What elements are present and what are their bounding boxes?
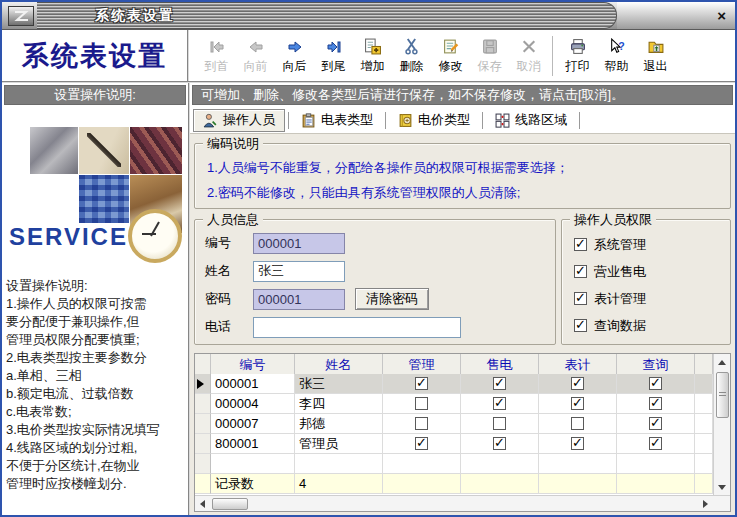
tab-line-area[interactable]: 线路区域 (486, 109, 576, 132)
scroll-left-icon[interactable] (195, 496, 210, 512)
close-icon[interactable]: × (717, 9, 726, 23)
cancel-button[interactable]: 取消 (509, 33, 548, 79)
vertical-scrollbar[interactable] (713, 354, 730, 495)
horizontal-scroll-thumb[interactable] (212, 498, 248, 510)
col-header-manage[interactable]: 管理 (383, 354, 461, 376)
cell-id[interactable]: 800001 (211, 434, 295, 454)
window-title: 系统表设置 (95, 7, 175, 25)
id-field[interactable] (253, 233, 345, 254)
cell-id[interactable]: 000007 (211, 414, 295, 434)
add-button[interactable]: 增加 (353, 33, 392, 79)
tab-operators[interactable]: 操作人员 (193, 109, 285, 132)
grid-checkbox[interactable] (649, 377, 662, 390)
phone-field[interactable] (253, 317, 461, 338)
cell-name[interactable]: 管理员 (295, 434, 383, 454)
cell-sell[interactable] (461, 374, 539, 394)
grid-checkbox[interactable] (493, 437, 506, 450)
edit-button[interactable]: 修改 (431, 33, 470, 79)
grid-checkbox[interactable] (415, 377, 428, 390)
cell-meter[interactable] (539, 394, 617, 414)
col-header-meter[interactable]: 表计 (539, 354, 617, 376)
grid-checkbox[interactable] (493, 377, 506, 390)
cell-query[interactable] (617, 394, 695, 414)
meter-manage-checkbox[interactable] (574, 292, 587, 305)
col-header-name[interactable]: 姓名 (295, 354, 383, 376)
col-header-query[interactable]: 查询 (617, 354, 695, 376)
cell-manage[interactable] (383, 434, 461, 454)
grid-checkbox[interactable] (415, 437, 428, 450)
cell-id[interactable]: 000004 (211, 394, 295, 414)
delete-button[interactable]: 删除 (392, 33, 431, 79)
go-last-button[interactable]: 到尾 (314, 33, 353, 79)
horizontal-scrollbar[interactable] (195, 495, 730, 511)
cell-query[interactable] (617, 414, 695, 434)
go-next-icon (284, 37, 306, 57)
scroll-up-icon[interactable] (715, 354, 730, 370)
instruction-line: 管理时应按楼幢划分. (6, 475, 185, 493)
cell-meter[interactable] (539, 434, 617, 454)
name-field[interactable] (253, 261, 345, 282)
clear-password-button[interactable]: 清除密码 (355, 288, 429, 310)
toolbar: 到首 向前 向后 到尾 增加 删除 (189, 30, 735, 81)
scroll-down-icon[interactable] (715, 479, 730, 495)
grid-checkbox[interactable] (649, 437, 662, 450)
cell-id[interactable]: 000001 (211, 374, 295, 394)
system-manage-checkbox[interactable] (574, 238, 587, 251)
go-first-button[interactable]: 到首 (197, 33, 236, 79)
print-button[interactable]: 打印 (558, 33, 597, 79)
vertical-scroll-thumb[interactable] (716, 372, 729, 418)
grid-checkbox[interactable] (415, 417, 428, 430)
exit-button[interactable]: 退出 (636, 33, 675, 79)
cell-sell[interactable] (461, 414, 539, 434)
grid-checkbox[interactable] (415, 397, 428, 410)
grid-checkbox[interactable] (571, 437, 584, 450)
cell-name[interactable]: 邦德 (295, 414, 383, 434)
password-field[interactable] (253, 289, 345, 310)
tools-image (30, 127, 78, 174)
grid-checkbox[interactable] (571, 397, 584, 410)
save-button[interactable]: 保存 (470, 33, 509, 79)
go-prev-button[interactable]: 向前 (236, 33, 275, 79)
cell-manage[interactable] (383, 414, 461, 434)
cell-sell[interactable] (461, 434, 539, 454)
grid-checkbox[interactable] (493, 397, 506, 410)
cancel-icon (518, 37, 540, 57)
cell-meter[interactable] (539, 374, 617, 394)
title-bar-stripes: 系统表设置 (37, 2, 617, 29)
cell-query[interactable] (617, 434, 695, 454)
query-data-label: 查询数据 (594, 317, 646, 335)
title-bar: 系统表设置 × (2, 2, 735, 30)
help-button[interactable]: ? 帮助 (597, 33, 636, 79)
go-first-label: 到首 (205, 58, 229, 75)
col-header-sell[interactable]: 售电 (461, 354, 539, 376)
pocket-watch-image (128, 209, 182, 263)
cell-sell[interactable] (461, 394, 539, 414)
tab-separator (482, 112, 483, 129)
tab-operators-label: 操作人员 (223, 111, 275, 129)
tab-price-type-label: 电价类型 (418, 111, 470, 129)
grid-checkbox[interactable] (649, 397, 662, 410)
grid-checkbox[interactable] (649, 417, 662, 430)
delete-icon (401, 37, 423, 57)
go-next-button[interactable]: 向后 (275, 33, 314, 79)
cell-query[interactable] (617, 374, 695, 394)
instruction-line: a.单相、三相 (6, 367, 185, 385)
cell-name[interactable]: 李四 (295, 394, 383, 414)
query-data-checkbox[interactable] (574, 319, 587, 332)
cell-name[interactable]: 张三 (295, 374, 383, 394)
instruction-line: 要分配便于兼职操作,但 (6, 313, 185, 331)
delete-label: 删除 (400, 58, 424, 75)
col-header-id[interactable]: 编号 (211, 354, 295, 376)
cell-manage[interactable] (383, 394, 461, 414)
window-body: 设置操作说明: SERVICE 设置操作说明: 1.操作人员的权限可按需 要分配… (2, 83, 735, 515)
grid-checkbox[interactable] (571, 417, 584, 430)
business-sell-checkbox[interactable] (574, 265, 587, 278)
row-marker (195, 394, 211, 414)
grid-checkbox[interactable] (493, 417, 506, 430)
grid-checkbox[interactable] (571, 377, 584, 390)
cell-manage[interactable] (383, 374, 461, 394)
scroll-right-icon[interactable] (698, 496, 713, 512)
tab-meter-type[interactable]: 电表类型 (292, 109, 382, 132)
tab-price-type[interactable]: 电价类型 (389, 109, 479, 132)
cell-meter[interactable] (539, 414, 617, 434)
